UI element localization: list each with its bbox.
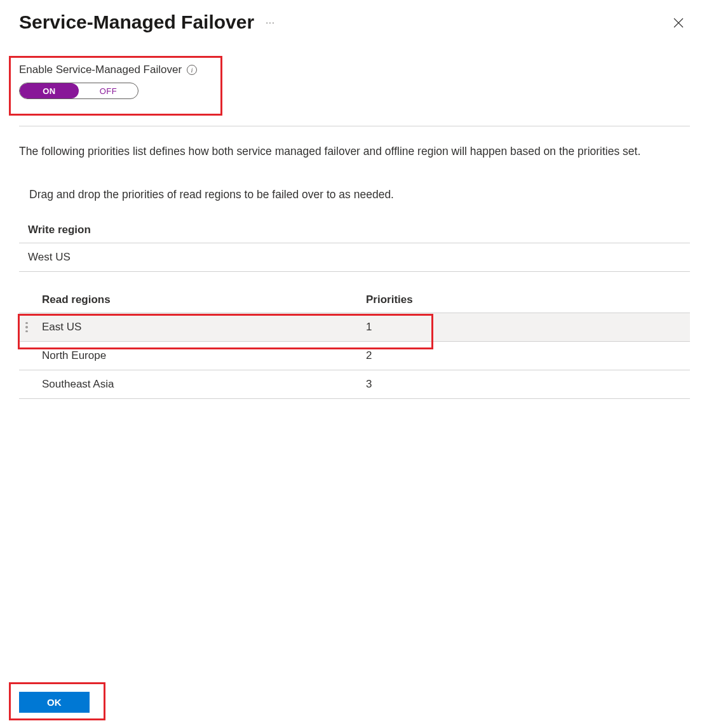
write-region-section: Write region West US bbox=[19, 217, 690, 272]
read-regions-section: Read regions Priorities East US 1 North … bbox=[19, 287, 690, 399]
read-regions-header-name: Read regions bbox=[19, 287, 366, 313]
toggle-section: Enable Service-Managed Failover i ON OFF bbox=[19, 64, 197, 99]
region-priority: 3 bbox=[366, 370, 372, 398]
info-icon[interactable]: i bbox=[187, 65, 197, 75]
page-title: Service-Managed Failover bbox=[19, 11, 254, 33]
write-region-value: West US bbox=[19, 243, 690, 272]
drag-handle-icon[interactable] bbox=[19, 322, 32, 333]
close-icon[interactable] bbox=[672, 17, 685, 29]
read-regions-header-row: Read regions Priorities bbox=[19, 287, 690, 313]
read-region-row[interactable]: North Europe 2 bbox=[19, 342, 690, 370]
failover-toggle[interactable]: ON OFF bbox=[19, 83, 138, 99]
region-name: North Europe bbox=[32, 342, 366, 370]
read-regions-header-priority: Priorities bbox=[366, 287, 413, 313]
more-options-icon[interactable]: ··· bbox=[266, 18, 275, 27]
toggle-label: Enable Service-Managed Failover bbox=[19, 64, 182, 76]
region-priority: 1 bbox=[366, 313, 372, 341]
footer: OK bbox=[19, 692, 90, 713]
section-divider bbox=[19, 126, 690, 126]
drag-instruction: Drag and drop the priorities of read reg… bbox=[29, 188, 690, 201]
write-region-header: Write region bbox=[19, 217, 690, 243]
toggle-label-row: Enable Service-Managed Failover i bbox=[19, 64, 197, 76]
toggle-on-option[interactable]: ON bbox=[20, 83, 79, 98]
page-header: Service-Managed Failover ··· bbox=[0, 0, 709, 39]
region-name: East US bbox=[32, 313, 366, 341]
region-name: Southeast Asia bbox=[32, 370, 366, 398]
read-region-row[interactable]: East US 1 bbox=[19, 313, 690, 342]
read-region-row[interactable]: Southeast Asia 3 bbox=[19, 370, 690, 399]
region-priority: 2 bbox=[366, 342, 372, 370]
ok-button[interactable]: OK bbox=[19, 692, 90, 713]
priorities-description: The following priorities list defines ho… bbox=[19, 143, 690, 160]
toggle-off-option[interactable]: OFF bbox=[79, 83, 138, 98]
